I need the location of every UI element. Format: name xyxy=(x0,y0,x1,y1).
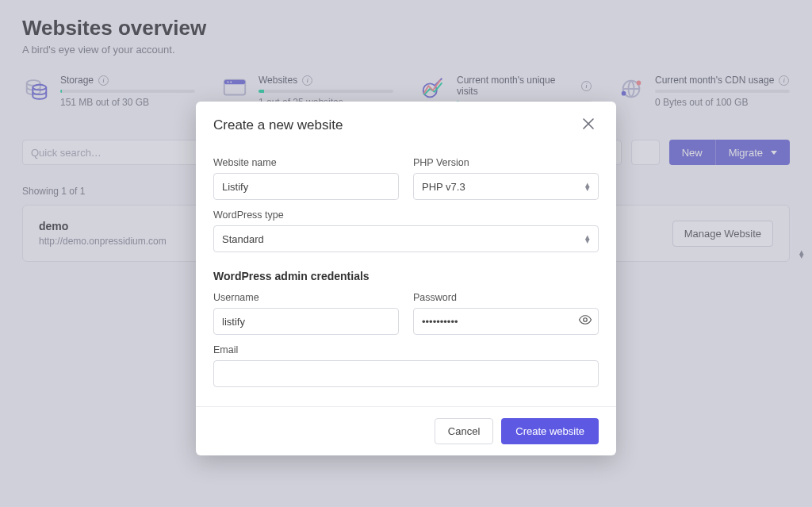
wp-type-value: Standard xyxy=(222,233,264,245)
wp-type-select[interactable]: Standard ▴▾ xyxy=(213,225,599,252)
svg-point-11 xyxy=(584,318,588,322)
label-website-name: Website name xyxy=(213,157,399,168)
label-email: Email xyxy=(213,344,599,355)
php-version-value: PHP v7.3 xyxy=(422,181,465,193)
toggle-password-visibility[interactable] xyxy=(578,313,592,330)
section-credentials-title: WordPress admin credentials xyxy=(213,270,599,282)
password-input[interactable] xyxy=(413,308,599,335)
chevron-up-down-icon: ▴▾ xyxy=(585,235,590,243)
modal-overlay[interactable]: Create a new website Website name PHP Ve… xyxy=(0,0,812,507)
username-input[interactable] xyxy=(213,308,399,335)
label-password: Password xyxy=(413,292,599,303)
create-website-modal: Create a new website Website name PHP Ve… xyxy=(196,102,616,455)
close-icon xyxy=(583,117,594,133)
website-name-input[interactable] xyxy=(213,173,399,200)
label-wp-type: WordPress type xyxy=(213,209,599,221)
close-button[interactable] xyxy=(578,114,599,136)
email-input[interactable] xyxy=(213,360,599,387)
eye-icon xyxy=(578,316,592,329)
create-website-button[interactable]: Create website xyxy=(501,418,599,444)
modal-title: Create a new website xyxy=(213,117,343,133)
label-php-version: PHP Version xyxy=(413,157,599,168)
label-username: Username xyxy=(213,292,399,303)
chevron-up-down-icon: ▴▾ xyxy=(585,182,590,190)
php-version-select[interactable]: PHP v7.3 ▴▾ xyxy=(413,173,599,200)
cancel-button[interactable]: Cancel xyxy=(435,418,493,444)
